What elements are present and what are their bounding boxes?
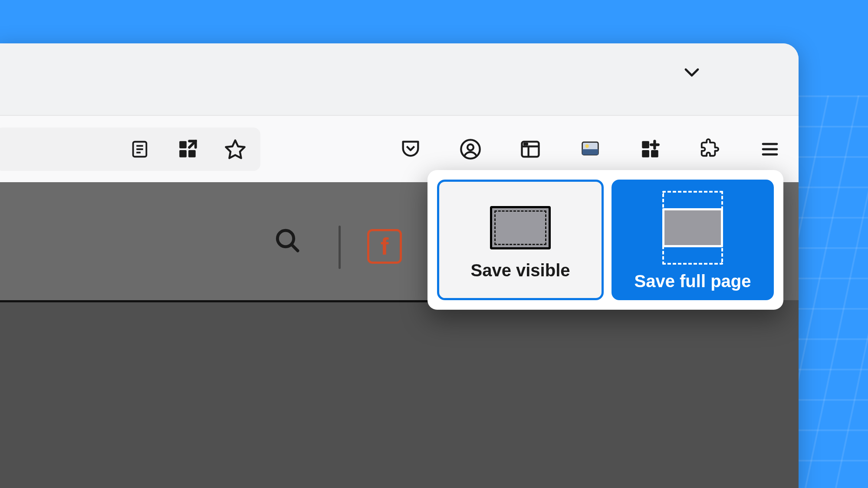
save-full-label: Save full page <box>635 272 751 291</box>
save-visible-button[interactable]: Save visible <box>437 180 604 300</box>
svg-line-28 <box>292 245 298 251</box>
add-to-apps-icon[interactable] <box>639 138 661 160</box>
svg-rect-5 <box>188 150 196 157</box>
divider-line <box>0 300 430 302</box>
save-full-page-button[interactable]: Save full page <box>612 180 774 300</box>
pocket-icon[interactable] <box>399 138 422 160</box>
address-bar-region <box>0 128 260 171</box>
svg-point-18 <box>585 144 589 147</box>
svg-point-15 <box>526 143 527 144</box>
account-icon[interactable] <box>459 138 482 160</box>
svg-rect-6 <box>179 150 187 157</box>
facebook-icon[interactable]: f <box>367 229 402 264</box>
screenshot-popup: Save visible Save full page <box>427 170 783 310</box>
separator <box>339 226 341 269</box>
extensions-puzzle-icon[interactable] <box>699 138 721 160</box>
facebook-glyph: f <box>381 234 389 259</box>
reader-view-icon[interactable] <box>128 138 151 160</box>
hamburger-menu-icon[interactable] <box>759 138 781 160</box>
svg-rect-20 <box>651 150 658 157</box>
svg-rect-4 <box>179 141 187 148</box>
svg-point-10 <box>467 144 473 150</box>
save-visible-thumbnail-icon <box>490 206 551 249</box>
toolbar-right-group <box>399 138 781 160</box>
tab-strip <box>0 43 799 115</box>
picture-icon[interactable] <box>579 138 602 160</box>
save-visible-label: Save visible <box>470 261 570 280</box>
svg-rect-21 <box>642 150 649 157</box>
search-icon[interactable] <box>273 226 301 254</box>
sidebar-panel-icon[interactable] <box>519 138 542 160</box>
apps-icon[interactable] <box>176 138 199 160</box>
svg-point-9 <box>461 140 480 158</box>
svg-point-14 <box>524 143 526 144</box>
svg-rect-19 <box>642 141 649 148</box>
svg-marker-8 <box>226 140 244 158</box>
svg-rect-17 <box>582 149 598 155</box>
save-full-thumbnail-icon <box>662 195 723 260</box>
chevron-down-icon[interactable] <box>681 61 703 83</box>
bookmark-star-icon[interactable] <box>224 138 247 160</box>
